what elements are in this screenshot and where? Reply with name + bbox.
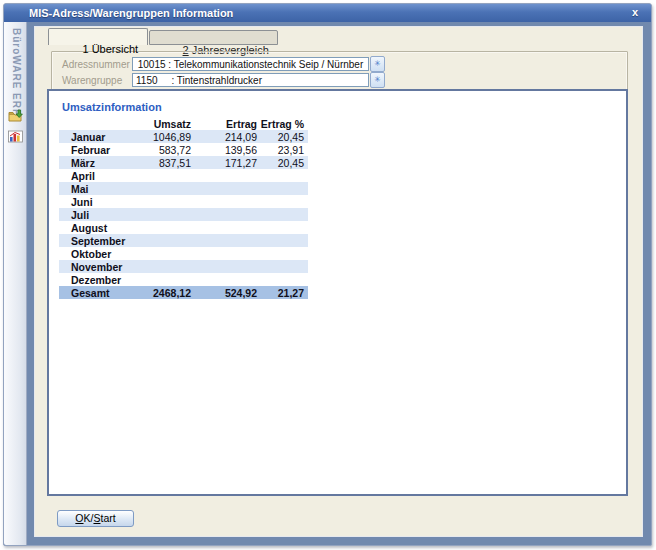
- table-row: Dezember: [59, 273, 308, 286]
- table-row: Juli: [59, 208, 308, 221]
- table-row: August: [59, 221, 308, 234]
- header-ertrag: Ertrag: [193, 117, 259, 130]
- close-icon[interactable]: x: [628, 4, 642, 22]
- panel-title: Umsatzinformation: [62, 101, 162, 113]
- tab-bar: 1 Übersicht 2 Jahresvergleich: [48, 28, 278, 45]
- brand-logo-text: BüroWARE ERP: [8, 28, 22, 117]
- table-row: Mai: [59, 182, 308, 195]
- table-row: Oktober: [59, 247, 308, 260]
- table-row: April: [59, 169, 308, 182]
- adressnummer-field[interactable]: [132, 57, 369, 71]
- table-row: November: [59, 260, 308, 273]
- app-window: MIS-Adress/Warengruppen Information x Bü…: [3, 3, 652, 546]
- title-bar[interactable]: MIS-Adress/Warengruppen Information x: [4, 4, 651, 22]
- header-ertrag-pct: Ertrag %: [259, 117, 308, 130]
- table-row: September: [59, 234, 308, 247]
- warengruppe-field[interactable]: [132, 73, 369, 87]
- table-row: Februar 583,72 139,56 23,91: [59, 143, 308, 156]
- tab-jahresvergleich[interactable]: 2 Jahresvergleich: [149, 30, 278, 45]
- window-title: MIS-Adress/Warengruppen Information: [29, 7, 233, 19]
- table-row: Juni: [59, 195, 308, 208]
- chart-icon[interactable]: [7, 128, 24, 145]
- table-header-row: Umsatz Ertrag Ertrag %: [59, 117, 308, 130]
- warengruppe-lookup-icon[interactable]: ✳: [370, 72, 385, 88]
- adressnummer-lookup-icon[interactable]: ✳: [370, 56, 385, 72]
- header-month: [59, 117, 129, 130]
- tab-uebersicht[interactable]: 1 Übersicht: [48, 28, 148, 45]
- report-panel: Umsatzinformation Umsatz Ertrag Ertrag %…: [47, 89, 628, 496]
- ok-start-button[interactable]: OK/Start: [57, 510, 134, 527]
- selection-groupbox: Adressnummer ✳ Warengruppe ✳: [51, 51, 628, 92]
- content-area: 1 Übersicht 2 Jahresvergleich Adressnumm…: [34, 26, 643, 537]
- table-total-row: Gesamt 2468,12 524,92 21,27: [59, 286, 308, 299]
- table-row: Januar 1046,89 214,09 20,45: [59, 130, 308, 143]
- table-row: März 837,51 171,27 20,45: [59, 156, 308, 169]
- umsatz-table: Umsatz Ertrag Ertrag % Januar 1046,89 21…: [59, 117, 308, 299]
- sidebar: BüroWARE ERP: [4, 22, 27, 545]
- header-umsatz: Umsatz: [129, 117, 193, 130]
- open-folder-icon[interactable]: [7, 108, 24, 125]
- warengruppe-label: Warengruppe: [62, 75, 122, 86]
